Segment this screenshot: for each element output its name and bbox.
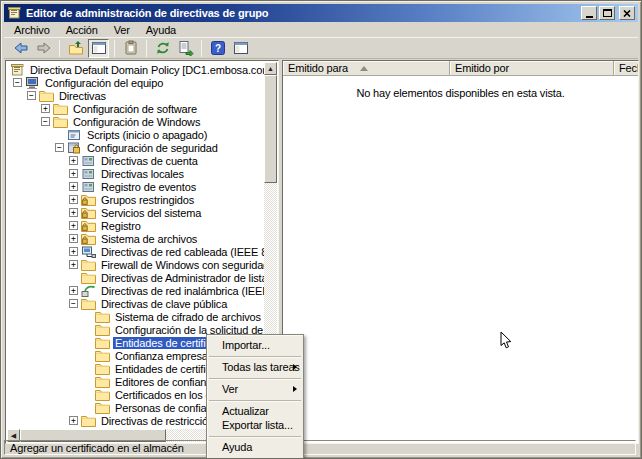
submenu-arrow-icon: [293, 364, 297, 370]
expand-icon[interactable]: +: [69, 182, 78, 191]
tree-item-directivas-locales[interactable]: +Directivas locales: [7, 167, 264, 180]
tree-item-grupos-restringidos[interactable]: +Grupos restringidos: [7, 193, 264, 206]
tree-item-label: Servicios del sistema: [99, 207, 203, 219]
policy-box-icon: [81, 181, 96, 193]
clipboard-button[interactable]: [120, 39, 141, 58]
back-arrow-icon: [13, 40, 29, 56]
new-window-button[interactable]: [230, 39, 251, 58]
expand-icon[interactable]: +: [69, 169, 78, 178]
export-list-button[interactable]: [175, 39, 196, 58]
tree-item-configuracion-de-seguridad[interactable]: −Configuración de seguridad: [7, 141, 264, 154]
title-bar[interactable]: Editor de administración de directivas d…: [4, 4, 638, 22]
tree-item-registro-de-eventos[interactable]: +Registro de eventos: [7, 180, 264, 193]
tree-item-label: Directivas: [57, 90, 108, 102]
tree-item-sistema-de-archivos[interactable]: +Sistema de archivos: [7, 232, 264, 245]
toolbar-separator: [146, 40, 147, 57]
folder-icon: [95, 376, 110, 388]
help-button[interactable]: ?: [207, 39, 228, 58]
menu-separator: [209, 356, 301, 358]
expand-icon[interactable]: +: [69, 286, 78, 295]
context-menu-item-ayuda[interactable]: Ayuda: [207, 441, 303, 455]
folder-icon: [95, 389, 110, 401]
column-header-label: Fecha de: [619, 62, 639, 74]
tree-item-label: Directivas de red cableada (IEEE 802.3): [99, 246, 264, 258]
close-button[interactable]: [619, 6, 635, 20]
context-menu-item-label: Todas las tareas: [222, 361, 300, 373]
context-menu-item-importar[interactable]: Importar...: [207, 339, 303, 353]
tree-item-directivas-de-administrador-de-listas-de-r[interactable]: Directivas de Administrador de listas de…: [7, 271, 264, 284]
forward-arrow-button[interactable]: [33, 39, 54, 58]
menu-separator: [209, 436, 301, 438]
tree-item-directivas[interactable]: −Directivas: [7, 89, 264, 102]
collapse-icon[interactable]: −: [27, 91, 36, 100]
computer-icon: [25, 77, 40, 89]
tree-item-configuracion-del-equipo[interactable]: −Configuración del equipo: [7, 76, 264, 89]
menu-bar: ArchivoAcciónVerAyuda: [4, 22, 638, 37]
tree-item-label: Firewall de Windows con seguridad avanza…: [99, 259, 264, 271]
window-controls: [579, 6, 635, 20]
collapse-icon[interactable]: −: [13, 78, 22, 87]
tree-item-servicios-del-sistema[interactable]: +Servicios del sistema: [7, 206, 264, 219]
context-menu-item-label: Ayuda: [222, 441, 252, 453]
maximize-button[interactable]: [599, 6, 615, 20]
window-title: Editor de administración de directivas d…: [26, 7, 579, 19]
lock-folder-icon: [81, 194, 96, 206]
context-menu-item-label: Importar...: [222, 339, 270, 351]
menu-ver[interactable]: Ver: [106, 23, 138, 37]
show-console-tree-icon: [91, 40, 107, 56]
minimize-icon: [586, 16, 593, 18]
tree-item-sistema-de-cifrado-de-archivos-efs[interactable]: Sistema de cifrado de archivos (EFS): [7, 310, 264, 323]
maximize-icon: [603, 9, 612, 17]
column-header-emitido-por[interactable]: Emitido por: [450, 61, 614, 76]
toolbar-separator: [201, 40, 202, 57]
folder-icon: [53, 116, 68, 128]
context-menu-item-exportar-lista[interactable]: Exportar lista...: [207, 419, 303, 433]
up-one-level-folder-icon: [68, 40, 84, 56]
minimize-button[interactable]: [581, 6, 597, 20]
menu-archivo[interactable]: Archivo: [6, 23, 58, 37]
context-menu-item-actualizar[interactable]: Actualizar: [207, 405, 303, 419]
svg-text:?: ?: [214, 43, 220, 54]
tree-item-directiva-default-domain-policy-dc1-embosa[interactable]: Directiva Default Domain Policy [DC1.emb…: [7, 63, 264, 76]
expand-icon[interactable]: +: [69, 221, 78, 230]
expand-icon[interactable]: +: [41, 104, 50, 113]
expand-icon[interactable]: +: [69, 416, 78, 425]
tree-item-label: Directivas de Administrador de listas de…: [99, 272, 264, 284]
tree-item-scripts-inicio-o-apagado[interactable]: Scripts (inicio o apagado): [7, 128, 264, 141]
tree-item-registro[interactable]: +Registro: [7, 219, 264, 232]
column-header-emitido-para[interactable]: Emitido para: [283, 61, 450, 76]
context-menu: Importar...Todas las tareasVerActualizar…: [206, 334, 304, 459]
expand-icon[interactable]: +: [69, 156, 78, 165]
tree-item-directivas-de-clave-publica[interactable]: −Directivas de clave pública: [7, 297, 264, 310]
expand-icon[interactable]: +: [69, 234, 78, 243]
tree-item-configuracion-de-software[interactable]: +Configuración de software: [7, 102, 264, 115]
refresh-button[interactable]: [152, 39, 173, 58]
back-arrow-button[interactable]: [10, 39, 31, 58]
expand-icon[interactable]: +: [69, 260, 78, 269]
context-menu-item-todas-las-tareas[interactable]: Todas las tareas: [207, 361, 303, 375]
tree-item-firewall-de-windows-con-seguridad-avanzad[interactable]: +Firewall de Windows con seguridad avanz…: [7, 258, 264, 271]
tree-item-directivas-de-red-cableada-ieee-802-3[interactable]: +Directivas de red cableada (IEEE 802.3): [7, 245, 264, 258]
folder-icon: [53, 103, 68, 115]
results-list-panel: Emitido paraEmitido porFecha de No hay e…: [282, 60, 639, 444]
up-one-level-folder-button[interactable]: [65, 39, 86, 58]
status-text: Agregar un certificado en el almacén: [4, 440, 636, 455]
tree-item-label: Sistema de cifrado de archivos (EFS): [113, 311, 264, 323]
expand-icon[interactable]: +: [69, 208, 78, 217]
menu-accion[interactable]: Acción: [58, 23, 106, 37]
scroll-up-button[interactable]: ▲: [264, 62, 277, 75]
show-console-tree-button[interactable]: [88, 39, 109, 58]
context-menu-item-ver[interactable]: Ver: [207, 383, 303, 397]
tree-item-configuracion-de-windows[interactable]: −Configuración de Windows: [7, 115, 264, 128]
expand-icon[interactable]: +: [69, 247, 78, 256]
collapse-icon[interactable]: −: [41, 117, 50, 126]
collapse-icon[interactable]: −: [69, 299, 78, 308]
menu-ayuda[interactable]: Ayuda: [138, 23, 184, 37]
tree-item-directivas-de-cuenta[interactable]: +Directivas de cuenta: [7, 154, 264, 167]
collapse-icon[interactable]: −: [55, 143, 64, 152]
expand-icon[interactable]: +: [69, 195, 78, 204]
tree-item-directivas-de-red-inalambrica-ieee-802-11[interactable]: +Directivas de red inalámbrica (IEEE 802…: [7, 284, 264, 297]
forward-arrow-icon: [36, 40, 52, 56]
column-header-fecha-de[interactable]: Fecha de: [614, 61, 639, 76]
vertical-scroll-thumb[interactable]: [264, 75, 277, 183]
